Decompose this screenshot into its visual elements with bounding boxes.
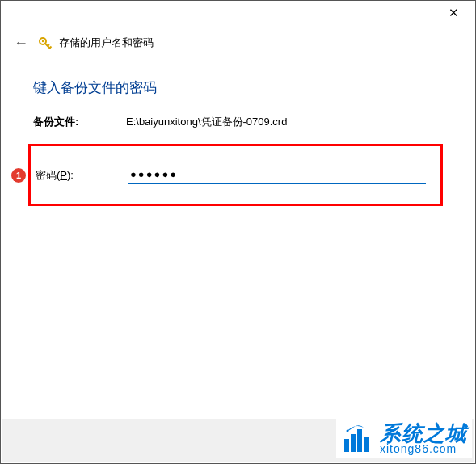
key-icon (38, 36, 53, 51)
close-icon[interactable]: ✕ (444, 6, 464, 20)
instruction-heading: 键入备份文件的密码 (33, 78, 443, 97)
watermark-text: 系统之城 xitong86.com (380, 423, 467, 454)
svg-rect-5 (344, 439, 349, 452)
svg-rect-6 (351, 434, 356, 452)
dialog-header: ← 存储的用户名和密码 (1, 27, 475, 54)
password-input-wrap (128, 166, 426, 184)
password-input[interactable] (128, 166, 426, 184)
watermark-main: 系统之城 (380, 423, 467, 444)
password-label: 密码(P): (36, 168, 128, 183)
svg-rect-7 (357, 429, 362, 452)
titlebar: ✕ (1, 1, 475, 27)
dialog-window: ✕ ← 存储的用户名和密码 键入备份文件的密码 备份文件: E:\baiyunx… (0, 0, 476, 464)
password-row: 密码(P): (36, 166, 432, 184)
svg-rect-8 (364, 437, 369, 452)
dialog-content: 键入备份文件的密码 备份文件: E:\baiyunxitong\凭证备份-070… (1, 54, 475, 206)
watermark: 系统之城 xitong86.com (336, 418, 472, 458)
highlight-box: 1 密码(P): (28, 144, 443, 206)
backup-file-label: 备份文件: (33, 115, 126, 129)
svg-point-9 (347, 430, 349, 432)
backup-file-row: 备份文件: E:\baiyunxitong\凭证备份-0709.crd (33, 115, 443, 129)
svg-point-1 (42, 40, 44, 42)
step-marker: 1 (11, 168, 26, 183)
watermark-url: xitong86.com (380, 443, 467, 454)
watermark-logo-icon (339, 421, 375, 456)
dialog-title: 存储的用户名和密码 (59, 36, 154, 50)
svg-line-3 (48, 44, 49, 46)
backup-file-path: E:\baiyunxitong\凭证备份-0709.crd (126, 115, 287, 129)
svg-line-4 (50, 47, 52, 49)
back-arrow-icon[interactable]: ← (14, 36, 28, 50)
